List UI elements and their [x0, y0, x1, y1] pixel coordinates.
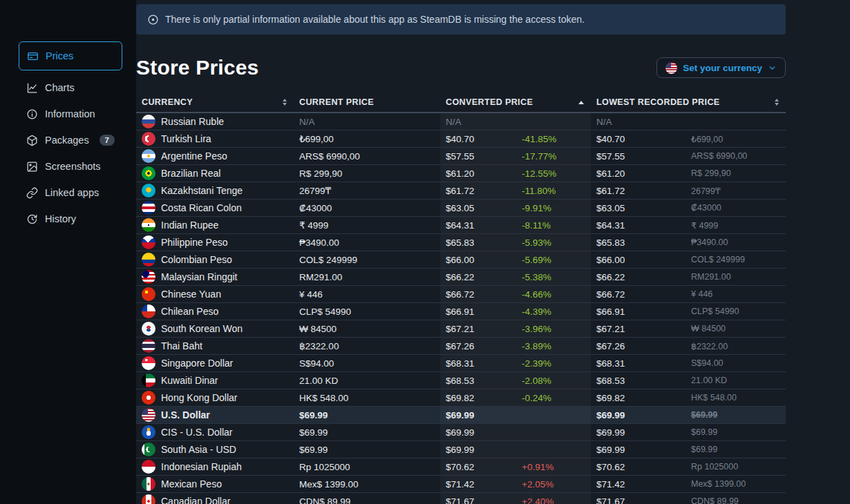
currency-name: Argentine Peso: [161, 151, 227, 162]
lowest-price-value: $63.05: [596, 203, 691, 213]
price-difference-percent: -5.69%: [522, 255, 551, 265]
price-difference-percent: -12.55%: [522, 168, 556, 179]
currency-cell: U.S. Dollar: [136, 407, 294, 423]
price-difference-percent: -8.11%: [522, 220, 551, 231]
lowest-price-original: $69.99: [691, 410, 717, 420]
prices-icon: [27, 50, 39, 62]
lowest-price-original: Mex$ 1399.00: [691, 479, 746, 489]
lowest-price-original: CDN$ 89.99: [691, 496, 739, 504]
lowest-price-value: $68.53: [596, 376, 691, 386]
converted-price-value: $66.22: [446, 272, 522, 282]
lowest-price-cell: $70.62 Rp 1025000: [591, 458, 786, 475]
currency-flag-icon: [142, 201, 155, 215]
sort-icon-currency[interactable]: [283, 99, 287, 106]
converted-price-value: $66.91: [446, 307, 522, 317]
converted-price-cell: $57.55 -17.77%: [440, 148, 591, 164]
lowest-price-original: ฿2322.00: [691, 341, 728, 351]
converted-price-value: $66.72: [446, 289, 522, 300]
converted-price-cell: $69.99: [440, 424, 591, 440]
sidebar-item-charts[interactable]: Charts: [19, 75, 122, 101]
currency-flag-icon: [142, 253, 155, 266]
lowest-price-cell: $68.53 21.00 KD: [591, 372, 786, 389]
sidebar-item-screenshots[interactable]: Screenshots: [19, 153, 122, 180]
currency-cell: Indonesian Rupiah: [136, 458, 294, 475]
converted-price-cell: $71.67 +2.40%: [440, 493, 591, 504]
column-header-lowest-recorded-price[interactable]: LOWEST RECORDED PRICE: [591, 93, 786, 112]
sort-asc-icon-converted-price[interactable]: [578, 101, 584, 104]
sort-icon-lowest-recorded-price[interactable]: [775, 99, 779, 106]
linked-apps-icon: [26, 187, 38, 199]
price-difference-percent: +2.05%: [522, 479, 554, 490]
currency-cell: Argentine Peso: [136, 148, 294, 164]
currency-cell: Colombian Peso: [136, 251, 294, 268]
currency-name: Indian Rupee: [161, 220, 218, 231]
converted-price-cell: $68.53 -2.08%: [440, 372, 591, 389]
lowest-price-cell: $66.22 RM291.00: [591, 269, 786, 285]
column-header-currency[interactable]: CURRENCY: [136, 93, 294, 112]
converted-price-cell: $63.05 -9.91%: [440, 200, 591, 216]
currency-flag-icon: [142, 149, 155, 163]
converted-price-cell: N/A: [440, 113, 591, 130]
price-difference-percent: -2.39%: [522, 358, 551, 369]
converted-price-cell: $66.91 -4.39%: [440, 303, 591, 320]
current-price-cell: $69.99: [294, 441, 440, 458]
currency-name: Turkish Lira: [161, 133, 211, 144]
price-difference-percent: -41.85%: [522, 134, 556, 144]
currency-name: U.S. Dollar: [161, 409, 210, 420]
currency-name: Mexican Peso: [161, 478, 222, 490]
column-header-current-price[interactable]: CURRENT PRICE: [294, 93, 440, 112]
price-difference-percent: +2.40%: [522, 496, 554, 504]
lowest-price-value: $66.22: [596, 272, 691, 282]
table-row: Canadian Dollar CDN$ 89.99 $71.67 +2.40%…: [136, 493, 786, 504]
main-content: There is only partial information availa…: [136, 0, 786, 504]
price-difference-percent: -9.91%: [522, 203, 551, 213]
lowest-price-cell: $61.20 R$ 299,90: [591, 165, 786, 182]
sidebar: Prices Charts Information Packages 7 Scr…: [0, 0, 136, 504]
currency-flag-icon: [142, 494, 155, 504]
currency-flag-icon: [142, 115, 155, 128]
screenshots-icon: [26, 161, 38, 173]
current-price-cell: $69.99: [294, 407, 440, 423]
table-row: Costa Rican Colon ₡43000 $63.05 -9.91% $…: [136, 200, 786, 217]
chevron-down-icon: [768, 64, 777, 72]
column-header-converted-price[interactable]: CONVERTED PRICE: [440, 93, 591, 112]
sidebar-item-packages[interactable]: Packages 7: [19, 127, 122, 153]
currency-flag-icon: [142, 218, 155, 232]
price-difference-percent: -17.77%: [522, 151, 556, 162]
currency-cell: Kuwaiti Dinar: [136, 372, 294, 389]
currency-flag-icon: [142, 477, 155, 491]
lowest-price-value: $67.21: [596, 324, 691, 334]
lowest-price-cell: $66.00 COL$ 249999: [591, 251, 786, 268]
price-difference-percent: -3.89%: [522, 341, 551, 351]
packages-icon: [26, 135, 38, 146]
converted-price-cell: $66.72 -4.66%: [440, 286, 591, 302]
lowest-price-cell: $66.72 ¥ 446: [591, 286, 786, 302]
table-row: Chinese Yuan ¥ 446 $66.72 -4.66% $66.72 …: [136, 286, 786, 303]
converted-price-value: $68.53: [446, 376, 522, 386]
converted-price-value: $65.83: [446, 238, 522, 248]
sidebar-item-information[interactable]: Information: [19, 101, 122, 127]
lowest-price-cell: $69.99 $69.99: [591, 424, 786, 440]
sidebar-item-linked-apps[interactable]: Linked apps: [19, 180, 122, 206]
lowest-price-original: COL$ 249999: [691, 255, 745, 264]
table-header-row: CURRENCY CURRENT PRICE CONVERTED PRICE L…: [136, 93, 786, 113]
sidebar-item-label: Packages: [45, 135, 89, 146]
currency-name: Philippine Peso: [161, 237, 228, 248]
currency-cell: Thai Baht: [136, 338, 294, 354]
lowest-price-original: 26799₸: [691, 186, 721, 196]
lowest-price-value: N/A: [596, 117, 691, 127]
currency-flag-icon: [142, 391, 155, 405]
set-currency-button[interactable]: Set your currency: [657, 57, 786, 78]
information-icon: [26, 108, 38, 120]
converted-price-value: $66.00: [446, 255, 522, 265]
lowest-price-original: 21.00 KD: [691, 376, 727, 385]
current-price-cell: ₹ 4999: [294, 217, 440, 233]
sidebar-item-prices[interactable]: Prices: [19, 41, 122, 70]
sidebar-item-history[interactable]: History: [19, 206, 122, 232]
price-difference-percent: -4.39%: [522, 307, 551, 317]
current-price-cell: ARS$ 6990,00: [294, 148, 440, 164]
converted-price-value: N/A: [446, 117, 522, 127]
converted-price-cell: $70.62 +0.91%: [440, 458, 591, 475]
lowest-price-cell: $66.91 CLP$ 54990: [591, 303, 786, 320]
table-row: Hong Kong Dollar HK$ 548.00 $69.82 -0.24…: [136, 389, 786, 407]
